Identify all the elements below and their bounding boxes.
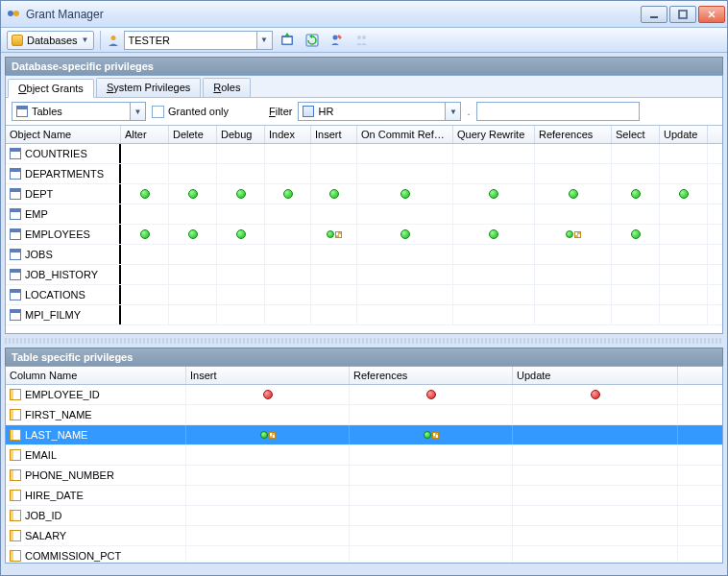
privilege-cell[interactable] — [535, 285, 612, 304]
table-row[interactable]: PHONE_NUMBER — [6, 466, 722, 486]
privilege-cell[interactable] — [357, 144, 453, 163]
privilege-cell[interactable] — [265, 144, 311, 163]
table-row[interactable]: EMAIL — [6, 445, 722, 466]
databases-dropdown[interactable]: Databases ▼ — [7, 31, 94, 50]
privilege-cell[interactable] — [612, 265, 660, 284]
refresh-window-button[interactable] — [277, 31, 298, 50]
privilege-cell[interactable] — [311, 245, 357, 264]
privilege-cell[interactable] — [357, 225, 453, 244]
column-header[interactable]: Alter — [121, 126, 169, 143]
privilege-cell[interactable] — [311, 164, 357, 183]
privilege-cell[interactable] — [612, 184, 660, 204]
privilege-cell[interactable] — [350, 425, 513, 444]
privilege-cell[interactable] — [186, 526, 350, 545]
grant-wizard-button[interactable] — [327, 31, 348, 50]
table-row[interactable]: MPI_FILMY — [6, 305, 722, 325]
table-row[interactable]: COUNTRIES — [6, 144, 722, 164]
tab-0[interactable]: Object Grants — [8, 79, 94, 98]
privilege-cell[interactable] — [186, 445, 350, 465]
schema-dropdown[interactable]: ▼ — [445, 103, 460, 120]
table-row[interactable]: SALARY — [6, 526, 722, 546]
privilege-cell[interactable] — [169, 265, 217, 284]
privilege-cell[interactable] — [612, 285, 660, 304]
privilege-cell[interactable] — [121, 144, 169, 163]
table-row[interactable]: DEPARTMENTS — [6, 164, 722, 184]
privilege-cell[interactable] — [612, 225, 660, 244]
privilege-cell[interactable] — [357, 305, 453, 324]
privilege-cell[interactable] — [453, 265, 535, 284]
table-row[interactable]: FIRST_NAME — [6, 405, 722, 425]
column-header[interactable]: References — [535, 126, 612, 143]
privilege-cell[interactable] — [350, 466, 513, 485]
filter-pattern-input[interactable] — [476, 102, 640, 121]
privilege-cell[interactable] — [217, 305, 265, 324]
privilege-cell[interactable] — [217, 245, 265, 264]
privilege-cell[interactable] — [612, 245, 660, 264]
privilege-cell[interactable] — [660, 164, 708, 183]
privilege-cell[interactable] — [535, 144, 612, 163]
privilege-cell[interactable] — [186, 466, 350, 485]
privilege-cell[interactable] — [513, 486, 678, 505]
privilege-cell[interactable] — [121, 245, 169, 264]
maximize-button[interactable] — [669, 6, 696, 23]
table-row[interactable]: COMMISSION_PCT — [6, 546, 722, 563]
privilege-cell[interactable] — [217, 184, 265, 204]
object-type-combo[interactable]: Tables ▼ — [12, 102, 146, 121]
privilege-cell[interactable] — [350, 445, 513, 465]
privilege-cell[interactable] — [311, 184, 357, 204]
privilege-cell[interactable] — [169, 204, 217, 224]
privilege-cell[interactable] — [612, 144, 660, 163]
privilege-cell[interactable] — [311, 144, 357, 163]
table-row[interactable]: LOCATIONS — [6, 285, 722, 305]
privilege-cell[interactable] — [350, 506, 513, 525]
privilege-cell[interactable] — [169, 245, 217, 264]
privilege-cell[interactable] — [217, 164, 265, 183]
column-header[interactable]: Update — [513, 367, 678, 384]
privilege-cell[interactable] — [121, 164, 169, 183]
privilege-cell[interactable] — [660, 225, 708, 244]
column-header[interactable]: On Commit Refer... — [357, 126, 453, 143]
privilege-cell[interactable] — [186, 506, 350, 525]
privilege-cell[interactable] — [357, 184, 453, 204]
privilege-cell[interactable] — [265, 285, 311, 304]
schema-combo[interactable]: HR ▼ — [298, 102, 461, 121]
privilege-cell[interactable] — [513, 466, 678, 485]
privilege-cell[interactable] — [311, 265, 357, 284]
privilege-cell[interactable] — [311, 204, 357, 224]
privilege-cell[interactable] — [660, 184, 708, 204]
privilege-cell[interactable] — [357, 245, 453, 264]
privilege-cell[interactable] — [169, 164, 217, 183]
privilege-cell[interactable] — [357, 204, 453, 224]
privilege-cell[interactable] — [535, 204, 612, 224]
granted-only-checkbox[interactable]: Granted only — [152, 106, 229, 118]
privilege-cell[interactable] — [453, 245, 535, 264]
column-header[interactable]: Debug — [217, 126, 265, 143]
privilege-cell[interactable] — [169, 285, 217, 304]
privilege-cell[interactable] — [453, 204, 535, 224]
privilege-cell[interactable] — [535, 225, 612, 244]
table-row[interactable]: EMPLOYEES — [6, 225, 722, 245]
privilege-cell[interactable] — [357, 285, 453, 304]
privilege-cell[interactable] — [660, 245, 708, 264]
privilege-cell[interactable] — [265, 225, 311, 244]
privilege-cell[interactable] — [513, 445, 678, 465]
privilege-cell[interactable] — [265, 204, 311, 224]
privilege-cell[interactable] — [186, 486, 350, 505]
column-header[interactable]: Delete — [169, 126, 217, 143]
privilege-cell[interactable] — [453, 164, 535, 183]
column-header[interactable]: Index — [265, 126, 311, 143]
privilege-cell[interactable] — [265, 164, 311, 183]
column-header[interactable]: Query Rewrite — [453, 126, 535, 143]
column-header[interactable]: References — [350, 367, 513, 384]
privilege-cell[interactable] — [612, 204, 660, 224]
privilege-cell[interactable] — [513, 385, 678, 404]
privilege-cell[interactable] — [217, 144, 265, 163]
privilege-cell[interactable] — [350, 526, 513, 545]
column-header[interactable]: Object Name — [6, 126, 121, 143]
tab-2[interactable]: Roles — [203, 78, 251, 97]
privilege-cell[interactable] — [121, 305, 169, 324]
privilege-cell[interactable] — [265, 245, 311, 264]
refresh-button[interactable] — [302, 31, 323, 50]
privilege-cell[interactable] — [513, 425, 678, 444]
table-row[interactable]: JOB_ID — [6, 506, 722, 526]
